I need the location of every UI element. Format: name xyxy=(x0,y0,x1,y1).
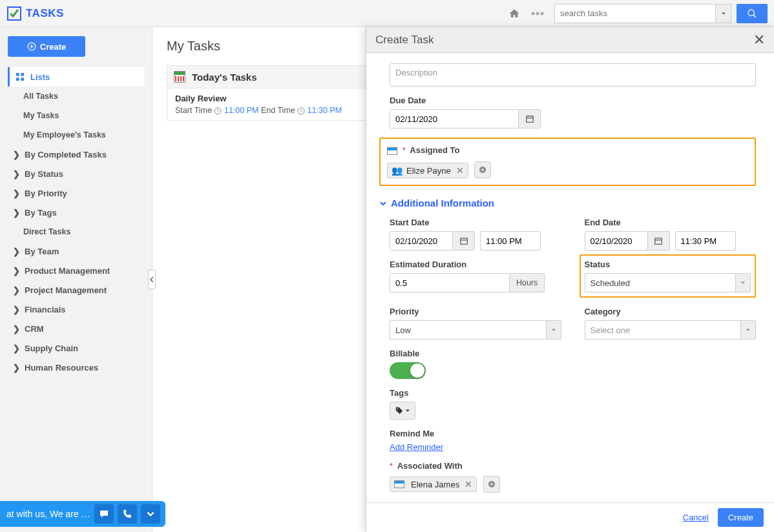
required-marker: * xyxy=(403,145,406,155)
search-button[interactable] xyxy=(737,4,768,23)
cancel-button[interactable]: Cancel xyxy=(683,513,709,522)
topbar: TASKS xyxy=(0,0,774,27)
assigned-to-highlight: * Assigned To 👥 Elize Payne ✕ xyxy=(379,138,756,186)
sidebar-group-hr[interactable]: ❯Human Resources xyxy=(8,358,144,377)
sidebar-item-direct-tasks[interactable]: Direct Tasks xyxy=(8,222,144,241)
description-input[interactable]: Description xyxy=(390,63,756,87)
tags-field: Tags xyxy=(390,388,756,420)
remove-associated-icon[interactable]: ✕ xyxy=(463,479,474,489)
sidebar-group-product[interactable]: ❯Product Management xyxy=(8,261,144,280)
chevron-down-icon xyxy=(546,320,561,340)
start-date-field: Start Date xyxy=(390,218,561,251)
start-date-input[interactable] xyxy=(390,231,453,251)
duration-input[interactable] xyxy=(390,273,510,292)
chevron-down-icon xyxy=(405,408,410,413)
associated-name: Elena James xyxy=(411,480,459,489)
chat-message-icon[interactable] xyxy=(94,504,114,524)
sidebar-group-supply[interactable]: ❯Supply Chain xyxy=(8,338,144,358)
create-task-panel: Create Task ✕ Description Due Date * xyxy=(366,27,774,532)
chat-collapse-icon[interactable] xyxy=(141,504,160,524)
svg-rect-9 xyxy=(16,77,19,81)
plus-circle-icon xyxy=(27,42,36,51)
chat-phone-icon[interactable] xyxy=(118,504,137,524)
sidebar-group-team[interactable]: ❯By Team xyxy=(8,241,144,261)
create-button[interactable]: Create xyxy=(8,36,85,57)
more-icon[interactable] xyxy=(528,5,547,23)
search-container xyxy=(554,4,768,23)
sidebar-group-status[interactable]: ❯By Status xyxy=(8,164,144,183)
sidebar-group-tags[interactable]: ❯By Tags xyxy=(8,203,144,222)
add-reminder-link[interactable]: Add Reminder xyxy=(390,442,443,452)
sidebar-group-project[interactable]: ❯Project Management xyxy=(8,280,144,300)
add-tag-button[interactable] xyxy=(390,402,415,420)
associated-chip: Elena James ✕ xyxy=(390,476,477,492)
due-date-field: Due Date xyxy=(390,96,756,128)
remove-assignee-icon[interactable]: ✕ xyxy=(455,165,465,176)
sidebar: Create Lists All Tasks My Tasks My Emplo… xyxy=(0,27,152,532)
chevron-right-icon: ❯ xyxy=(13,150,19,159)
grid-icon xyxy=(15,72,25,82)
panel-footer: Cancel Create xyxy=(366,502,774,532)
assignee-name: Elize Payne xyxy=(406,166,451,176)
chevron-right-icon: ❯ xyxy=(13,305,19,314)
sidebar-group-priority[interactable]: ❯By Priority xyxy=(8,183,144,203)
svg-point-2 xyxy=(536,12,539,15)
panel-body: Description Due Date * Assigned To xyxy=(366,53,774,502)
duration-unit: Hours xyxy=(510,273,545,292)
tasks-logo-icon xyxy=(6,6,22,21)
chevron-right-icon: ❯ xyxy=(13,285,19,295)
svg-line-5 xyxy=(753,15,756,17)
panel-header: Create Task ✕ xyxy=(366,27,774,53)
sidebar-item-all-tasks[interactable]: All Tasks xyxy=(8,87,144,106)
end-time-input[interactable] xyxy=(675,231,736,251)
sidebar-group-financials[interactable]: ❯Financials xyxy=(8,300,144,319)
close-icon[interactable]: ✕ xyxy=(753,32,765,48)
sidebar-item-lists[interactable]: Lists xyxy=(8,67,144,87)
chevron-right-icon: ❯ xyxy=(13,363,19,373)
description-field: Description xyxy=(390,63,756,87)
svg-rect-13 xyxy=(526,116,533,122)
status-select[interactable]: Scheduled xyxy=(585,273,751,292)
billable-toggle[interactable] xyxy=(390,362,426,379)
due-date-input[interactable] xyxy=(390,109,519,128)
status-highlight: Status Scheduled xyxy=(580,254,757,298)
associated-field: * Associated With Elena James ✕ xyxy=(390,461,756,493)
category-field: Category Select one xyxy=(585,307,757,340)
duration-field: Estimated Duration Hours xyxy=(390,260,556,292)
priority-select[interactable]: Low xyxy=(390,320,561,340)
sidebar-item-employee-tasks[interactable]: My Employee's Tasks xyxy=(8,125,144,145)
sidebar-item-my-tasks[interactable]: My Tasks xyxy=(8,106,144,125)
add-associated-button[interactable] xyxy=(483,476,500,493)
create-submit-button[interactable]: Create xyxy=(718,508,764,527)
additional-info-toggle[interactable]: Additional Information xyxy=(379,198,756,209)
svg-rect-8 xyxy=(21,73,24,76)
chevron-down-icon xyxy=(740,320,756,340)
end-date-input[interactable] xyxy=(585,231,648,251)
app-logo: TASKS xyxy=(6,6,64,21)
search-input[interactable] xyxy=(554,4,716,23)
remind-field: Remind Me Add Reminder xyxy=(390,429,756,452)
chevron-right-icon: ❯ xyxy=(13,247,19,256)
calendar-picker-icon[interactable] xyxy=(453,231,475,251)
tag-icon xyxy=(395,406,404,415)
chevron-down-icon xyxy=(735,273,751,292)
sidebar-group-completed[interactable]: ❯By Completed Tasks xyxy=(8,145,144,164)
start-time-input[interactable] xyxy=(480,231,541,251)
category-select[interactable]: Select one xyxy=(585,320,757,340)
clock-icon xyxy=(297,107,305,115)
clock-icon xyxy=(214,107,222,115)
chevron-right-icon: ❯ xyxy=(13,189,19,198)
calendar-picker-icon[interactable] xyxy=(519,109,541,128)
chevron-right-icon: ❯ xyxy=(13,324,19,334)
sidebar-collapse-handle[interactable] xyxy=(148,270,156,289)
contact-card-icon xyxy=(387,147,397,155)
chat-widget[interactable]: at with us, We are … xyxy=(0,501,165,527)
calendar-picker-icon[interactable] xyxy=(648,231,670,251)
home-icon[interactable] xyxy=(505,5,523,23)
chevron-right-icon: ❯ xyxy=(13,266,19,276)
chat-text: at with us, We are … xyxy=(6,509,90,519)
search-filter-dropdown[interactable] xyxy=(716,4,731,23)
add-assignee-button[interactable] xyxy=(474,161,491,178)
svg-rect-10 xyxy=(21,77,24,81)
sidebar-group-crm[interactable]: ❯CRM xyxy=(8,319,144,338)
